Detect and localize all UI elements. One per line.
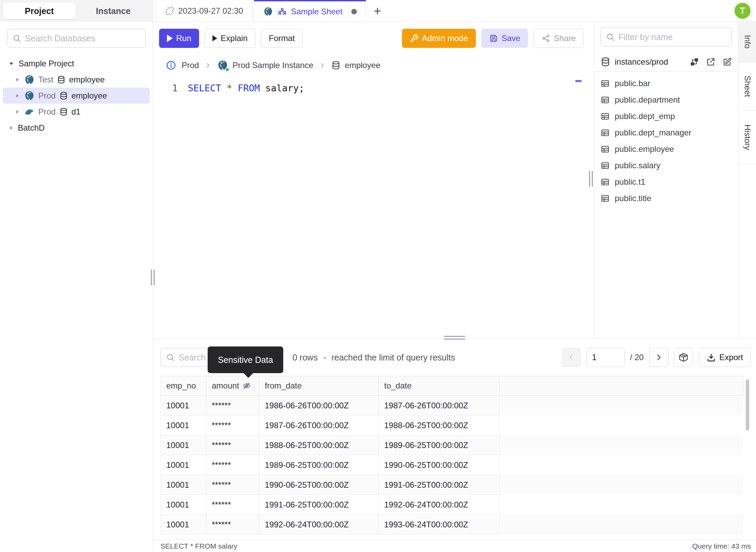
status-dash: - bbox=[323, 353, 326, 363]
sql-keyword: SELECT bbox=[188, 83, 221, 93]
database-name: employee bbox=[71, 91, 107, 101]
limit-notice: reached the limit of query results bbox=[331, 353, 455, 363]
table-list-item[interactable]: public.title bbox=[594, 190, 738, 207]
table-icon bbox=[600, 111, 610, 121]
tree-item-batchd[interactable]: BatchD bbox=[0, 120, 153, 136]
postgresql-icon bbox=[24, 90, 35, 101]
unsaved-indicator-dot bbox=[351, 9, 357, 14]
query-results-panel: 0 rows - reached the limit of query resu… bbox=[153, 339, 756, 540]
status-bar: SELECT * FROM salary Query time: 43 ms bbox=[153, 540, 756, 552]
caret-right-icon[interactable] bbox=[14, 92, 21, 99]
tab-history[interactable]: History bbox=[739, 110, 756, 164]
next-page-button[interactable] bbox=[649, 348, 668, 367]
table-list-item[interactable]: public.employee bbox=[594, 141, 738, 157]
page-number-input[interactable] bbox=[586, 348, 625, 367]
sql-editor-app: Project Instance Sample Project Test emp… bbox=[0, 0, 756, 552]
tab-instance[interactable]: Instance bbox=[77, 3, 150, 19]
caret-down-icon[interactable] bbox=[8, 60, 15, 67]
sheet-tab-history[interactable]: 2023-09-27 02:30 bbox=[156, 0, 252, 22]
breadcrumb-database[interactable]: employee bbox=[331, 61, 380, 70]
middle-section: Run Explain Format Admin mode bbox=[153, 22, 756, 339]
search-icon bbox=[606, 32, 615, 42]
table-row: 10001******1987-06-26T00:00:00Z1988-06-2… bbox=[160, 416, 743, 435]
edit-icon[interactable] bbox=[722, 57, 732, 67]
tree-item-sample-project[interactable]: Sample Project bbox=[0, 55, 153, 71]
column-header-amount[interactable]: amount bbox=[206, 376, 259, 395]
pagination: / 20 Export bbox=[562, 348, 751, 367]
format-button[interactable]: Format bbox=[261, 29, 303, 48]
table-row: 10001******1991-06-25T00:00:00Z1992-06-2… bbox=[160, 495, 743, 515]
database-name: employee bbox=[69, 75, 105, 84]
database-icon bbox=[57, 75, 66, 84]
breadcrumb-environment[interactable]: Prod bbox=[182, 61, 199, 70]
executed-statement: SELECT * FROM salary bbox=[160, 542, 237, 550]
database-icon bbox=[600, 57, 611, 67]
breadcrumb-instance[interactable]: Prod Sample Instance bbox=[217, 60, 313, 71]
tab-info[interactable]: Info bbox=[739, 22, 756, 62]
tree-label: Sample Project bbox=[18, 59, 74, 68]
page-total-label: / 20 bbox=[630, 353, 644, 362]
admin-mode-button[interactable]: Admin mode bbox=[402, 29, 476, 48]
prev-page-button[interactable] bbox=[562, 348, 581, 367]
postgresql-icon-wrap bbox=[217, 60, 229, 71]
sql-code-editor[interactable]: 1 SELECT*FROMsalary; bbox=[153, 76, 594, 339]
save-button[interactable]: Save bbox=[481, 29, 528, 48]
play-icon bbox=[167, 35, 173, 42]
table-list-item[interactable]: public.dept_manager bbox=[594, 124, 738, 141]
visualize-button[interactable] bbox=[674, 348, 693, 367]
database-search-input[interactable] bbox=[25, 34, 140, 43]
table-row: 10001******1988-06-25T00:00:00Z1989-06-2… bbox=[160, 435, 743, 455]
table-list-item[interactable]: public.bar bbox=[594, 75, 738, 92]
share-button[interactable]: Share bbox=[534, 29, 584, 48]
info-icon[interactable] bbox=[166, 60, 176, 70]
table-filter-input[interactable] bbox=[618, 32, 727, 42]
table-row: 10001******1992-06-24T00:00:00Z1993-06-2… bbox=[160, 515, 743, 535]
table-row: 10001******1986-06-26T00:00:00Z1987-06-2… bbox=[160, 396, 743, 416]
database-icon bbox=[59, 107, 68, 116]
environment-label: Test bbox=[38, 75, 53, 84]
sheet-tab-sample-sheet[interactable]: Sample Sheet bbox=[254, 0, 366, 22]
schema-sidebar-resize-handle[interactable] bbox=[589, 171, 593, 187]
explain-button[interactable]: Explain bbox=[205, 29, 256, 48]
chevron-right-icon bbox=[205, 62, 211, 69]
external-link-icon[interactable] bbox=[706, 57, 716, 67]
table-list-item[interactable]: public.t1 bbox=[594, 174, 738, 190]
search-icon bbox=[166, 353, 175, 362]
run-button[interactable]: Run bbox=[159, 29, 199, 48]
schema-diagram-icon[interactable] bbox=[690, 57, 699, 67]
column-header-from-date[interactable]: from_date bbox=[259, 376, 379, 395]
sql-identifier: salary; bbox=[265, 83, 304, 93]
table-list-item[interactable]: public.salary bbox=[594, 157, 738, 174]
sheet-tab-label: Sample Sheet bbox=[291, 7, 343, 16]
results-resize-handle[interactable] bbox=[444, 336, 465, 340]
tree-item-prod-d1[interactable]: Prod d1 bbox=[0, 104, 153, 120]
table-list: public.bar public.department public.dept… bbox=[594, 72, 738, 210]
user-avatar[interactable]: T bbox=[734, 3, 751, 19]
breadcrumb: Prod Prod Sample Instance employee bbox=[153, 55, 594, 76]
eye-off-icon[interactable] bbox=[243, 382, 251, 390]
tab-sheet[interactable]: Sheet bbox=[739, 62, 756, 110]
new-sheet-button[interactable]: + bbox=[366, 0, 389, 22]
table-icon bbox=[600, 161, 610, 170]
sidebar-resize-handle[interactable] bbox=[151, 270, 155, 285]
schema-actions bbox=[690, 57, 732, 67]
export-button[interactable]: Export bbox=[699, 348, 751, 367]
query-toolbar: Run Explain Format Admin mode bbox=[153, 22, 594, 55]
table-icon bbox=[600, 177, 610, 187]
tree-item-prod-employee[interactable]: Prod employee bbox=[3, 88, 150, 104]
results-scrollbar-thumb[interactable] bbox=[746, 379, 749, 431]
table-list-item[interactable]: public.department bbox=[594, 92, 738, 108]
caret-right-icon[interactable] bbox=[8, 124, 14, 131]
tree-item-test-employee[interactable]: Test employee bbox=[0, 71, 153, 88]
results-status: 0 rows - reached the limit of query resu… bbox=[292, 353, 455, 363]
chevron-right-icon bbox=[654, 353, 663, 362]
caret-right-icon[interactable] bbox=[14, 108, 21, 115]
column-header-emp-no[interactable]: emp_no bbox=[161, 376, 206, 395]
tab-project[interactable]: Project bbox=[3, 3, 76, 19]
results-table: emp_no amount from_date to_date 10001***… bbox=[160, 376, 743, 535]
table-list-item[interactable]: public.dept_emp bbox=[594, 108, 738, 124]
column-header-to-date[interactable]: to_date bbox=[379, 376, 500, 395]
environment-label: Prod bbox=[38, 91, 56, 101]
caret-right-icon[interactable] bbox=[14, 76, 21, 83]
main-area: 2023-09-27 02:30 Sample Sheet + T Run bbox=[153, 0, 756, 552]
